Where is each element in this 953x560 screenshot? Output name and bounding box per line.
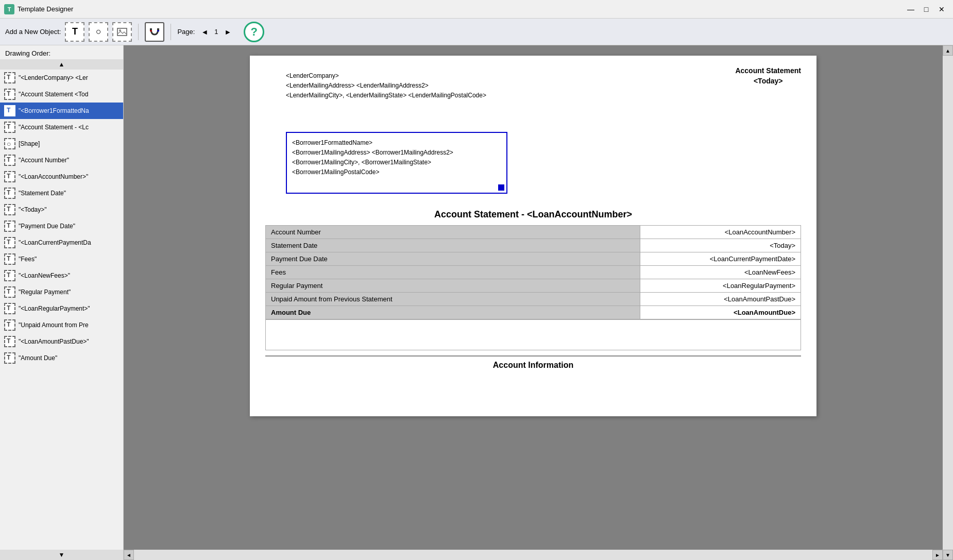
borrower-line1: <Borrower1FormattedName> — [292, 138, 501, 148]
prev-page-button[interactable]: ◄ — [198, 27, 211, 37]
list-item-2[interactable]: "<Borrower1FormattedNa — [0, 103, 123, 119]
minimize-button[interactable]: — — [904, 4, 918, 15]
list-item-0[interactable]: "<LenderCompany> <Ler — [0, 70, 123, 86]
close-button[interactable]: ✕ — [934, 4, 949, 15]
list-item-icon-16 — [4, 336, 15, 347]
list-item-13[interactable]: "Regular Payment" — [0, 284, 123, 300]
list-item-icon-9 — [4, 220, 15, 232]
list-item-icon-7 — [4, 188, 15, 199]
list-item-icon-15 — [4, 319, 15, 331]
table-cell-value: <Today> — [640, 239, 801, 252]
lender-line1: <LenderCompany> — [286, 71, 801, 81]
amount-due-label: Amount Due — [266, 306, 640, 319]
add-text-button[interactable]: T — [65, 22, 84, 42]
list-item-icon-11 — [4, 253, 15, 265]
borrower-resize-handle[interactable] — [498, 184, 504, 191]
list-item-icon-4 — [4, 138, 15, 149]
list-item-label-16: "<LoanAmountPastDue>" — [19, 338, 89, 345]
account-info-title: Account Information — [265, 355, 801, 370]
help-button[interactable]: ? — [244, 22, 264, 42]
list-item-15[interactable]: "Unpaid Amount from Pre — [0, 317, 123, 333]
list-item-label-11: "Fees" — [19, 256, 37, 263]
magnet-button[interactable] — [145, 22, 164, 42]
list-item-5[interactable]: "Account Number" — [0, 152, 123, 168]
scroll-down-button[interactable]: ▼ — [0, 550, 123, 560]
table-row-amount-due: Amount Due<LoanAmountDue> — [266, 306, 801, 319]
list-item-label-3: "Account Statement - <Lc — [19, 124, 89, 131]
title-bar-left: T Template Designer — [4, 4, 73, 14]
list-item-17[interactable]: "Amount Due" — [0, 350, 123, 366]
list-item-6[interactable]: "<LoanAccountNumber>" — [0, 168, 123, 185]
scroll-up-button[interactable]: ▲ — [0, 59, 123, 70]
lender-line2: <LenderMailingAddress> <LenderMailingAdd… — [286, 81, 801, 91]
list-item-label-4: [Shape] — [19, 140, 40, 147]
list-item-icon-13 — [4, 286, 15, 298]
bottom-scrollbar[interactable]: ◄ ► — [124, 550, 943, 560]
list-item-icon-6 — [4, 171, 15, 182]
bottom-wrapper: <LenderCompany> <LenderMailingAddress> <… — [124, 45, 943, 560]
list-item-9[interactable]: "Payment Due Date" — [0, 218, 123, 234]
horizontal-scroll-track[interactable] — [134, 550, 932, 560]
list-item-11[interactable]: "Fees" — [0, 251, 123, 267]
vertical-scroll-track[interactable] — [943, 56, 953, 550]
add-image-button[interactable] — [112, 22, 132, 42]
list-item-14[interactable]: "<LoanRegularPayment>" — [0, 300, 123, 317]
page-nav: Page: ◄ 1 ► — [177, 27, 234, 37]
list-item-4[interactable]: [Shape] — [0, 135, 123, 152]
table-cell-value: <LoanRegularPayment> — [640, 279, 801, 292]
list-item-icon-3 — [4, 122, 15, 133]
account-statement-line2: <Today> — [735, 76, 801, 87]
scroll-right-button[interactable]: ► — [932, 550, 943, 560]
statement-table: Account Number<LoanAccountNumber>Stateme… — [265, 225, 801, 319]
table-cell-label: Payment Due Date — [266, 252, 640, 265]
app-icon: T — [4, 4, 14, 14]
table-row: Fees<LoanNewFees> — [266, 265, 801, 279]
account-statement-title: Account Statement - <LoanAccountNumber> — [265, 209, 801, 220]
lender-line3: <LenderMailingCity>, <LenderMailingState… — [286, 91, 801, 100]
table-cell-value: <LoanAmountPastDue> — [640, 292, 801, 306]
app-title: Template Designer — [18, 5, 73, 13]
svg-rect-0 — [117, 28, 127, 36]
list-item-label-7: "Statement Date" — [19, 190, 66, 197]
right-scrollbar[interactable]: ▲ ▼ — [943, 45, 953, 560]
list-item-7[interactable]: "Statement Date" — [0, 185, 123, 201]
list-item-12[interactable]: "<LoanNewFees>" — [0, 267, 123, 284]
borrower-line4: <Borrower1MailingPostalCode> — [292, 167, 501, 177]
drawing-order-label: Drawing Order: — [0, 45, 123, 59]
drawing-list[interactable]: "<LenderCompany> <Ler"Account Statement … — [0, 70, 123, 550]
toolbar: Add a New Object: T ○ Page: ◄ 1 ► ? — [0, 19, 953, 45]
list-item-icon-0 — [4, 72, 15, 83]
list-item-3[interactable]: "Account Statement - <Lc — [0, 119, 123, 135]
scroll-left-button[interactable]: ◄ — [124, 550, 134, 560]
list-item-1[interactable]: "Account Statement <Tod — [0, 86, 123, 103]
list-item-16[interactable]: "<LoanAmountPastDue>" — [0, 333, 123, 350]
amount-due-value: <LoanAmountDue> — [640, 306, 801, 319]
list-item-icon-2 — [4, 105, 15, 116]
list-item-label-17: "Amount Due" — [19, 354, 57, 362]
scroll-down-canvas-button[interactable]: ▼ — [943, 550, 953, 560]
list-item-label-9: "Payment Due Date" — [19, 223, 75, 230]
table-cell-label: Statement Date — [266, 239, 640, 252]
table-cell-value: <LoanNewFees> — [640, 265, 801, 279]
list-item-10[interactable]: "<LoanCurrentPaymentDa — [0, 234, 123, 251]
canvas-page: <LenderCompany> <LenderMailingAddress> <… — [250, 56, 816, 416]
account-statement-header: Account Statement <Today> — [735, 66, 801, 86]
title-bar: T Template Designer — □ ✕ — [0, 0, 953, 19]
toolbar-separator — [138, 24, 139, 40]
list-item-8[interactable]: "<Today>" — [0, 201, 123, 218]
toolbar-separator2 — [171, 24, 171, 40]
table-row: Payment Due Date<LoanCurrentPaymentDate> — [266, 252, 801, 265]
maximize-button[interactable]: □ — [919, 4, 933, 15]
lender-address: <LenderCompany> <LenderMailingAddress> <… — [286, 71, 801, 101]
list-item-icon-14 — [4, 303, 15, 314]
next-page-button[interactable]: ► — [221, 27, 234, 37]
list-item-label-2: "<Borrower1FormattedNa — [19, 107, 89, 114]
list-item-icon-10 — [4, 237, 15, 248]
canvas-scroll-area[interactable]: <LenderCompany> <LenderMailingAddress> <… — [124, 45, 943, 550]
list-item-label-6: "<LoanAccountNumber>" — [19, 173, 88, 180]
scroll-up-canvas-button[interactable]: ▲ — [943, 45, 953, 56]
page-number: 1 — [214, 28, 218, 36]
canvas-area[interactable]: <LenderCompany> <LenderMailingAddress> <… — [124, 45, 943, 560]
borrower-box[interactable]: <Borrower1FormattedName> <Borrower1Maili… — [286, 132, 507, 194]
add-ellipse-button[interactable]: ○ — [89, 22, 108, 42]
